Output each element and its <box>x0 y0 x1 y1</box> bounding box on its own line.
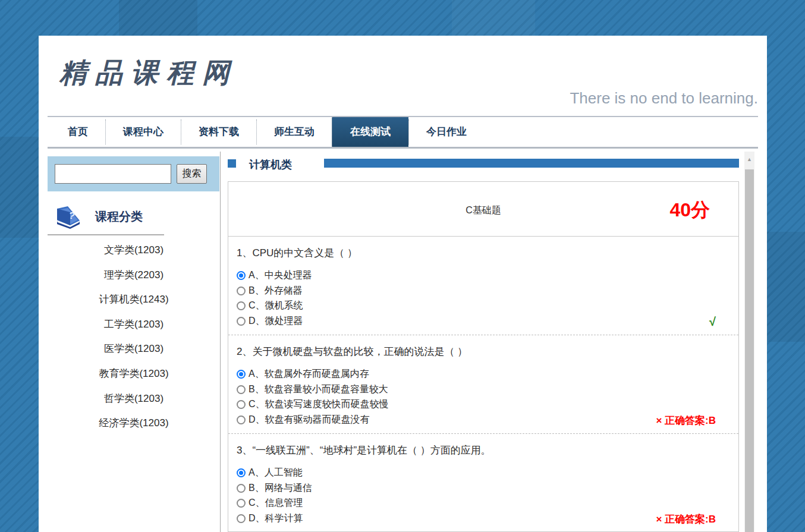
nav-item[interactable]: 今日作业 <box>408 119 484 144</box>
sidebar-divider <box>220 152 221 532</box>
categories-divider <box>48 234 164 235</box>
nav-item[interactable]: 首页 <box>51 119 105 144</box>
question-block: 1、CPU的中文含义是（ ） A、中央处理器 B、外存储器 C、微机系统 D、微… <box>228 237 738 335</box>
page-container: 精品课程网 There is no end to learning. 首页课程中… <box>39 36 767 532</box>
option-label: D、软盘有驱动器而硬盘没有 <box>249 414 370 426</box>
main-content: 计算机类 C基础题 40分 1、CPU的中文含义是（ ） A、中央处理器 B、外… <box>228 152 739 532</box>
background-patch <box>452 0 535 36</box>
nav-item[interactable]: 课程中心 <box>105 119 181 144</box>
category-item[interactable]: 医学类(1203) <box>48 336 220 361</box>
category-item[interactable]: 教育学类(1203) <box>48 361 220 386</box>
question-block: 2、关于微机硬盘与软盘的比较，正确的说法是（ ） A、软盘属外存而硬盘属内存 B… <box>228 335 738 434</box>
answer-option[interactable]: A、中央处理器 <box>237 268 730 284</box>
answer-option[interactable]: A、人工智能 <box>237 465 730 481</box>
option-label: C、微机系统 <box>249 300 303 312</box>
nav-item-label: 师生互动 <box>274 117 315 147</box>
radio-button-icon[interactable] <box>237 370 246 379</box>
radio-button-icon[interactable] <box>237 484 246 493</box>
book-question-icon: ? <box>52 204 83 234</box>
question-text: 3、“一线联五洲”、“地球村”是计算机在（ ）方面的应用。 <box>237 443 730 457</box>
categories-list: 文学类(1203)理学类(2203)计算机类(1243)工学类(1203)医学类… <box>48 238 220 436</box>
question-text: 1、CPU的中文含义是（ ） <box>237 246 730 260</box>
nav-item[interactable]: 在线测试 <box>332 117 408 147</box>
site-tagline: There is no end to learning. <box>570 89 758 108</box>
answer-option[interactable]: A、软盘属外存而硬盘属内存 <box>237 367 730 382</box>
background-patch <box>767 232 805 342</box>
section-bullet-icon <box>228 159 236 168</box>
option-label: B、外存储器 <box>249 285 303 297</box>
option-label: A、软盘属外存而硬盘属内存 <box>249 368 369 380</box>
answer-option[interactable]: B、网络与通信 <box>237 481 730 496</box>
option-label: C、信息管理 <box>249 497 303 509</box>
option-label: B、软盘容量较小而硬盘容量较大 <box>249 383 388 396</box>
answer-option[interactable]: B、外存储器 <box>237 284 730 299</box>
nav-item[interactable]: 师生互动 <box>256 119 332 144</box>
radio-button-icon[interactable] <box>237 499 246 508</box>
radio-button-icon[interactable] <box>237 415 246 424</box>
category-item[interactable]: 理学类(2203) <box>48 263 220 288</box>
radio-button-icon[interactable] <box>237 468 246 477</box>
section-title: 计算机类 <box>249 158 292 172</box>
test-title: C基础题 <box>228 204 738 217</box>
category-item[interactable]: 计算机类(1243) <box>48 287 220 312</box>
answer-option[interactable]: D、微处理器 <box>237 314 730 329</box>
search-button[interactable]: 搜索 <box>177 164 207 184</box>
radio-button-icon[interactable] <box>237 301 246 310</box>
nav-item-label: 今日作业 <box>426 117 467 147</box>
option-label: A、中央处理器 <box>249 269 312 282</box>
radio-button-icon[interactable] <box>237 385 246 394</box>
nav-item-label: 资料下载 <box>199 117 239 147</box>
categories-title: 课程分类 <box>95 209 143 225</box>
radio-button-icon[interactable] <box>237 514 246 523</box>
nav-item-label: 在线测试 <box>350 117 391 147</box>
section-accent-bar <box>324 159 739 168</box>
nav-item-label: 首页 <box>68 117 88 147</box>
search-input[interactable] <box>55 164 171 184</box>
scroll-up-arrow-icon[interactable]: ▲ <box>744 152 754 167</box>
background-patch <box>0 137 39 238</box>
question-result: × 正确答案:B <box>656 512 716 526</box>
category-item[interactable]: 文学类(1203) <box>48 238 220 263</box>
categories-header: ? 课程分类 <box>48 203 202 232</box>
vertical-scrollbar[interactable]: ▲ <box>744 152 754 532</box>
question-result: × 正确答案:B <box>656 414 716 427</box>
nav-item[interactable]: 资料下载 <box>181 119 256 144</box>
option-label: B、网络与通信 <box>249 482 312 495</box>
search-panel: 搜索 <box>48 156 219 191</box>
option-label: D、科学计算 <box>249 512 303 525</box>
nav-divider <box>48 147 758 149</box>
option-label: A、人工智能 <box>249 467 303 479</box>
question-result: √ <box>709 315 716 329</box>
main-nav: 首页课程中心资料下载师生互动在线测试今日作业 <box>51 117 484 147</box>
answer-option[interactable]: B、软盘容量较小而硬盘容量较大 <box>237 382 730 398</box>
scrollbar-thumb[interactable] <box>745 169 754 532</box>
options-list: A、中央处理器 B、外存储器 C、微机系统 D、微处理器 <box>237 268 730 329</box>
question-block: 3、“一线联五洲”、“地球村”是计算机在（ ）方面的应用。 A、人工智能 B、网… <box>228 434 738 532</box>
option-label: C、软盘读写速度较快而硬盘较慢 <box>249 398 389 411</box>
radio-button-icon[interactable] <box>237 271 246 280</box>
site-logo: 精品课程网 <box>59 55 238 92</box>
answer-option[interactable]: C、信息管理 <box>237 496 730 511</box>
question-text: 2、关于微机硬盘与软盘的比较，正确的说法是（ ） <box>237 345 730 358</box>
test-score: 40分 <box>669 197 710 223</box>
radio-button-icon[interactable] <box>237 317 246 326</box>
answer-option[interactable]: C、微机系统 <box>237 298 730 314</box>
test-header: C基础题 40分 <box>228 182 738 237</box>
option-label: D、微处理器 <box>249 315 303 328</box>
radio-button-icon[interactable] <box>237 287 246 295</box>
section-header: 计算机类 <box>228 158 739 169</box>
category-item[interactable]: 工学类(1203) <box>48 312 220 337</box>
category-item[interactable]: 经济学类(1203) <box>48 411 220 436</box>
category-item[interactable]: 哲学类(1203) <box>48 386 220 411</box>
radio-button-icon[interactable] <box>237 400 246 409</box>
answer-option[interactable]: C、软盘读写速度较快而硬盘较慢 <box>237 397 730 413</box>
questions-container: 1、CPU的中文含义是（ ） A、中央处理器 B、外存储器 C、微机系统 D、微… <box>228 237 738 532</box>
test-panel: C基础题 40分 1、CPU的中文含义是（ ） A、中央处理器 B、外存储器 C… <box>228 181 739 532</box>
nav-item-label: 课程中心 <box>123 117 163 147</box>
